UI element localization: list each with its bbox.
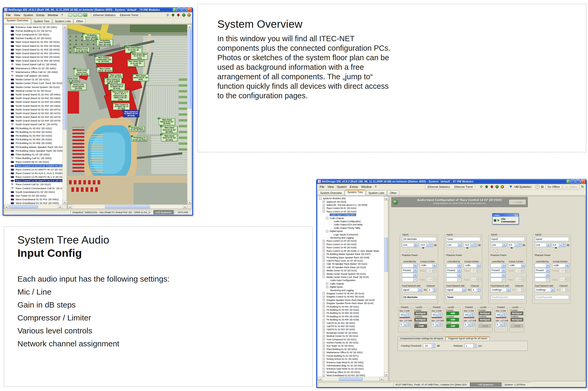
expand-icon[interactable]: + (326, 282, 328, 285)
release-spinner[interactable]: 1▲▼ (465, 344, 477, 348)
feed-channel-name-field[interactable]: CD-Wechsler (402, 295, 436, 299)
spinner-arrows[interactable]: ▲▼ (503, 313, 506, 316)
collapse-icon[interactable]: − (326, 230, 328, 232)
tree-item[interactable]: +'Add.Pit 01 02 #02' (ID 0162) (318, 325, 384, 328)
expand-icon[interactable]: + (323, 371, 325, 373)
tree-item[interactable]: 'Race Control 14 #2 CD-W TUNER IN' (ID 0… (4, 164, 62, 167)
help-icon[interactable]: ? (536, 185, 539, 189)
menu-file[interactable]: File (318, 185, 326, 189)
input-name-field[interactable]: input3 (490, 237, 525, 241)
tree-item[interactable]: −'Media Center Press Conf. Rack' (ID 013… (318, 276, 384, 279)
collapse-icon[interactable]: − (323, 276, 325, 278)
max-level-spinner[interactable]: 10▲▼▾ (464, 313, 474, 317)
tree-item[interactable]: +'station39 - first test device h.v.' (I… (318, 203, 384, 207)
scroll-thumb[interactable] (384, 238, 388, 272)
chevron-down-icon[interactable]: ▾ (403, 323, 406, 326)
scroll-thumb[interactable] (63, 29, 66, 130)
tab-compressor-limiter-settings-for-all-inputs[interactable]: Compressor/Limiter settings for all inpu… (398, 336, 445, 341)
headphone-icon[interactable] (187, 13, 191, 17)
expand-icon[interactable]: + (323, 325, 325, 328)
min-level-spinner[interactable]: 0▲▼▾ (431, 322, 442, 327)
tree-item[interactable]: 'Host Compound 01' (ID 0221) (4, 32, 62, 36)
controlled-by-select-1[interactable]: ▾ (535, 263, 550, 268)
maximize-button[interactable]: □ (576, 179, 580, 183)
phantom-power-radio[interactable] (407, 250, 410, 253)
chevron-down-icon[interactable]: ▾ (515, 243, 518, 247)
tree-item[interactable]: +'station16' (ID 0016) (318, 200, 384, 203)
preset-select[interactable]: Preset3▾ (490, 268, 506, 272)
map-device-label[interactable]: ◄'Main Grand Stand 02 02 #03' (ID 0443) (161, 134, 177, 141)
tree-item[interactable]: Logic Inputs (Connector) (318, 233, 384, 236)
channel-no-spinner[interactable]: 3▲▼ (428, 288, 437, 292)
tree-item[interactable]: 'Pit Building 01 03 #02' (ID 0152) (4, 130, 62, 134)
scroll-thumb[interactable] (9, 205, 38, 208)
tree2-hscrollbar[interactable]: ◄ ► (318, 377, 384, 381)
tree-item[interactable]: 'Main Grand Stand 01 02 #02' (ID 0432) (4, 44, 62, 48)
scroll-up-icon[interactable]: ▲ (384, 196, 388, 201)
all-systems-status[interactable]: <All Systems> (470, 382, 502, 387)
menu-system[interactable]: System (335, 185, 348, 189)
go-offline-button[interactable]: Go Offline (545, 184, 562, 189)
tree-item[interactable]: +'Administration Bldg. 01 02' (ID 0301) (318, 364, 384, 367)
controlled-by-select-2[interactable]: ▾ (535, 273, 550, 277)
mute-icon[interactable] (479, 185, 484, 189)
expand-icon[interactable]: + (323, 296, 325, 298)
tree-item[interactable]: 'North Grand Stand 01 02 #03' (ID 0463) (4, 100, 62, 104)
map-device-label[interactable]: ◄'Main Grand Stand 01 02 #01' (ID 0431) (125, 46, 142, 53)
expand-icon[interactable]: + (323, 263, 325, 265)
tab-other[interactable]: Other (387, 190, 399, 195)
tree-item[interactable]: +'Maintenance Office 01 02' (ID 0261) (318, 351, 384, 354)
expand-icon[interactable]: + (323, 348, 325, 350)
tree-item[interactable]: +'Media Center 01 02' (ID 0131) (318, 269, 384, 272)
scroll-up-icon[interactable]: ▲ (187, 25, 192, 29)
scroll-thumb[interactable] (105, 205, 150, 208)
expand-icon[interactable]: + (323, 269, 325, 272)
tree-item[interactable]: +'Ferrari Building 01 01' (ID 0271) (318, 354, 384, 357)
mute-icon[interactable] (166, 13, 170, 17)
tree-item[interactable]: 'Pit Building 01 03 #01' (ID 0151) (4, 126, 62, 130)
module-icon[interactable] (73, 13, 77, 17)
window2-titlebar[interactable]: NetDesign IDE v0.8.3 (Built 186, Mi, 11.… (317, 179, 586, 184)
menu-extras[interactable]: Extras (348, 185, 360, 189)
expand-icon[interactable]: + (323, 256, 325, 259)
expand-icon[interactable]: + (323, 246, 325, 249)
map-device-label[interactable]: ◄'Medical Center 01 02' (ID 0211) (74, 47, 90, 52)
tree-item[interactable]: +'Add.Pit 01 02 #03' (ID 0163) (318, 328, 384, 331)
expand-icon[interactable]: + (323, 374, 325, 377)
listen-window[interactable]: Listen X Ch1: Commentator (492, 213, 519, 224)
tree-item[interactable]: 'Main Grand Stand 02 02 #01' (ID 0441) (4, 51, 62, 55)
tree-item[interactable]: Monitoring and Logging (318, 288, 384, 292)
minimize-button[interactable]: _ (177, 8, 181, 12)
tree-item[interactable]: +'Add. Pit Speaker Rack Master' (ID 0122… (318, 262, 384, 266)
spinner-arrows[interactable]: ▲▼ (471, 323, 474, 326)
listen-on-icon[interactable] (484, 185, 489, 189)
expand-icon[interactable]: + (323, 355, 325, 357)
tree-item[interactable]: Audio Output Priority Table (318, 226, 384, 230)
menu-window[interactable]: Window (46, 13, 59, 17)
map-device-label[interactable]: ◄'Race Control 14 #4 AUX 2, AUX 3, PADDO… (111, 90, 130, 101)
ethernet-trend-button[interactable]: Ethernet Trend (118, 13, 140, 17)
tree-item[interactable]: −Audio Outputs (318, 216, 384, 220)
tree-item[interactable]: +'Race Control 14 #5' (ID 0105) (318, 246, 384, 249)
menu-view[interactable]: View (326, 185, 336, 189)
chevron-down-icon[interactable]: ▾ (435, 313, 438, 316)
expand-icon[interactable]: + (323, 250, 325, 252)
tree-item[interactable]: +'Dragster Speaker Room Rack Master' (ID… (318, 299, 384, 302)
tree2-vscrollbar[interactable]: ▲ ▼ (384, 196, 388, 377)
tree-item[interactable]: +'Host Compound 01' (ID 0221) (318, 338, 384, 341)
tree-item[interactable]: +'Plant Building 01 02' (ID 0251) (318, 348, 384, 351)
tree1-hscrollbar[interactable]: ◄ ► (4, 204, 62, 209)
listen-close-icon[interactable]: X (515, 214, 518, 216)
scroll-right-icon[interactable]: ► (183, 205, 187, 209)
tree-item[interactable]: +'Workshop Office 01 02' (ID 0321) (318, 371, 384, 374)
collapse-icon[interactable]: − (326, 217, 328, 219)
map-vscrollbar[interactable]: ▲ ▼ (187, 25, 191, 204)
input-name-field[interactable]: CD-Wechsler (402, 237, 436, 241)
tree-item[interactable]: 'North Grand Stand 02 02 #01' (ID 0471) (4, 108, 62, 111)
feed-network-select[interactable]: <nothing>▾ (535, 288, 555, 292)
tree-item[interactable]: 'North Grand Stand 02 02 #04' (ID 0474) (4, 119, 62, 123)
levels-icon[interactable] (83, 13, 88, 17)
expand-icon[interactable]: + (323, 319, 325, 321)
map-device-label[interactable]: ◄'Race Control 09 #1' (ID 0101) (108, 73, 123, 78)
max-level-spinner[interactable]: 10▲▼▾ (399, 313, 410, 317)
